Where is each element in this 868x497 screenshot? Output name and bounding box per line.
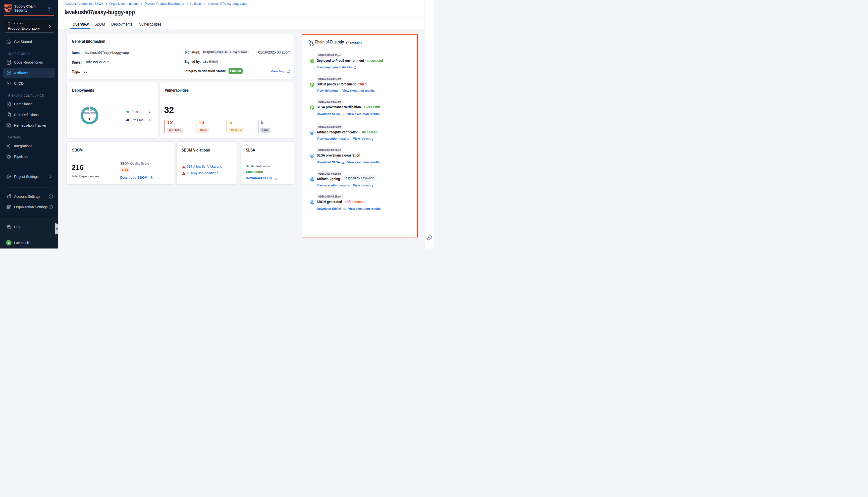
svg-text:?: ? [7,225,9,227]
